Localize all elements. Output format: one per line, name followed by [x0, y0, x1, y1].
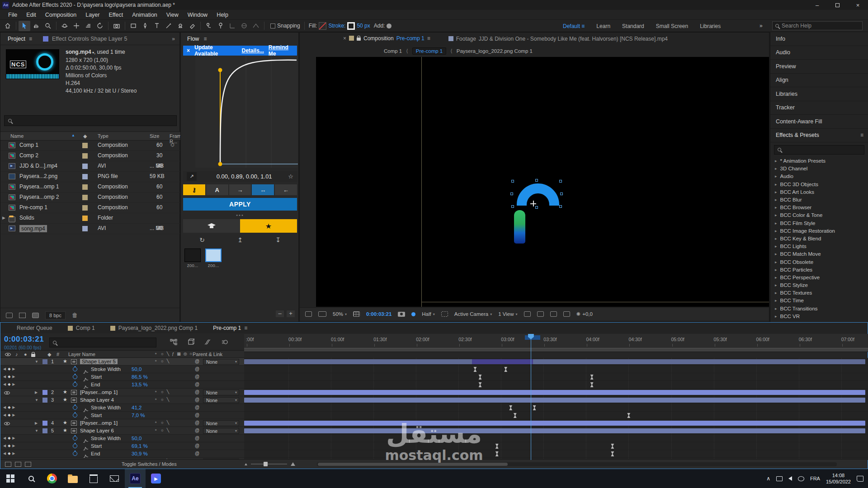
effects-panel-menu-icon[interactable]: ≡	[860, 132, 863, 138]
banner-remind-link[interactable]: Remind Me	[269, 44, 297, 57]
item-name[interactable]: Comp 2	[19, 152, 38, 159]
hidden-icons-icon[interactable]: ∧	[766, 475, 770, 482]
lock-icon[interactable]	[357, 38, 361, 41]
selection-handle[interactable]	[535, 179, 538, 182]
property-row[interactable]: ◀◆▶Stroke Width50,0@	[0, 366, 244, 373]
chevron-right-icon[interactable]: ▸	[775, 221, 777, 225]
effect-category[interactable]: ▸Audio	[770, 173, 868, 180]
pickwhip-icon[interactable]: @	[195, 443, 199, 448]
project-row-jjd-d-mp4[interactable]: JJD & D...].mp4AVI... MB30	[0, 161, 180, 172]
fill-swatch[interactable]	[319, 22, 326, 30]
snapshot-icon[interactable]	[398, 312, 405, 317]
layer-row[interactable]: ▼3★Shape Layer 4⚬☼╲@None	[0, 396, 244, 404]
delete-icon[interactable]: 🗑	[72, 312, 78, 319]
time-ruler[interactable]: :00f00:30f01:00f01:30f02:00f02:30f03:00f…	[244, 334, 868, 352]
menu-help[interactable]: Help	[212, 12, 233, 18]
effect-category[interactable]: ▸BCC Match Move	[770, 250, 868, 258]
volume-tray-icon[interactable]	[788, 476, 792, 481]
taskbar-clock[interactable]: 14:08 15/09/2022	[826, 472, 851, 485]
comp-panel-menu-icon[interactable]: ≡	[427, 35, 430, 42]
composition-mini-flowchart-icon[interactable]	[170, 338, 177, 346]
pickwhip-icon[interactable]: @	[195, 420, 199, 425]
layer-track[interactable]	[244, 358, 868, 366]
parent-dropdown[interactable]: None	[203, 359, 239, 365]
stopwatch-icon[interactable]	[73, 367, 77, 371]
timeline-tab-render-queue[interactable]: Render Queue	[17, 325, 52, 331]
effect-category[interactable]: ▸BCC VR	[770, 312, 868, 320]
stopwatch-icon[interactable]	[73, 405, 77, 410]
effect-category[interactable]: ▸* Animation Presets	[770, 157, 868, 165]
label-swatch[interactable]	[82, 226, 88, 231]
menu-file[interactable]: File	[4, 12, 22, 18]
workspace-libraries[interactable]: Libraries	[700, 23, 721, 29]
chevron-right-icon[interactable]: ▸	[775, 252, 777, 256]
keyframe-navigator[interactable]: ◀◆▶	[3, 413, 17, 417]
effect-category[interactable]: ▸BCC Transitions	[770, 305, 868, 312]
stroke-swatch[interactable]	[347, 22, 355, 30]
property-name[interactable]: Start	[91, 443, 102, 449]
property-name[interactable]: Stroke Width	[91, 436, 121, 441]
zoom-out-button[interactable]: –	[276, 310, 284, 317]
selection-handle[interactable]	[560, 192, 563, 195]
effect-category[interactable]: ▸3D Channel	[770, 165, 868, 173]
chevron-right-icon[interactable]: ▸	[775, 244, 777, 249]
banner-details-link[interactable]: Details...	[242, 47, 264, 54]
layer-row[interactable]: ▼5★Shape Layer 6⚬☼╲@None	[0, 427, 244, 435]
chevron-right-icon[interactable]: ▸	[775, 260, 777, 264]
favorite-star-icon[interactable]: ☆	[288, 173, 293, 180]
resolution-dropdown[interactable]: Half▾	[422, 311, 434, 317]
menu-window[interactable]: Window	[183, 12, 212, 18]
taskbar-start[interactable]	[0, 469, 21, 488]
selection-handle[interactable]	[559, 205, 562, 208]
effect-category[interactable]: ▸BCC Stylize	[770, 282, 868, 289]
taskbar-mail[interactable]	[104, 469, 125, 488]
effect-category[interactable]: ▸BCC Obsolete	[770, 258, 868, 266]
property-track[interactable]	[244, 435, 868, 442]
footage-interpret-icon[interactable]	[6, 313, 13, 318]
new-composition-icon[interactable]	[32, 313, 39, 318]
layer-name[interactable]: [Payser...omp 1]	[80, 420, 118, 426]
download-icon[interactable]: ↧	[275, 236, 281, 244]
effect-category[interactable]: ▸BCC Film Style	[770, 219, 868, 227]
layer-label-swatch[interactable]	[42, 359, 47, 364]
property-row[interactable]: ◀◆▶End13,5 %@	[0, 381, 244, 389]
workspace-default[interactable]: Default ≡	[563, 23, 585, 29]
current-time-display[interactable]: 0:00:03:21	[4, 335, 44, 344]
hand-tool[interactable]	[30, 21, 42, 31]
keyframe-icon[interactable]	[627, 413, 630, 418]
refresh-icon[interactable]: ↻	[199, 236, 205, 244]
layer-duration-bar[interactable]	[244, 390, 865, 395]
property-value[interactable]: 13,5 %	[132, 382, 148, 387]
add-icon[interactable]	[387, 23, 392, 28]
minimize-button[interactable]: –	[807, 0, 827, 10]
layer-label-swatch[interactable]	[42, 428, 47, 433]
local-axis-tool[interactable]	[226, 21, 238, 31]
stopwatch-icon[interactable]	[73, 375, 77, 379]
taskbar-store[interactable]	[83, 469, 104, 488]
property-name[interactable]: End	[91, 382, 100, 387]
breadcrumb-pre-comp-1[interactable]: Pre-comp 1	[412, 47, 446, 55]
stroke-width-value[interactable]: 50 px	[357, 23, 370, 29]
menu-effect[interactable]: Effect	[104, 12, 127, 18]
layer-quality-icon[interactable]: ★	[63, 358, 67, 364]
main-viewer-icon[interactable]	[318, 311, 326, 317]
project-row-paysera-omp-1[interactable]: Paysera...omp 1Composition60	[0, 182, 180, 192]
project-row-solids[interactable]: ▶SolidsFolder	[0, 213, 180, 224]
parent-dropdown[interactable]: None	[203, 428, 239, 434]
zoom-out-icon[interactable]	[245, 463, 247, 465]
label-swatch[interactable]	[82, 195, 88, 200]
timeline-pane-toggles[interactable]	[5, 462, 31, 467]
pickwhip-icon[interactable]: @	[195, 451, 199, 456]
effects-search-input[interactable]	[774, 145, 864, 155]
layer-name[interactable]: Shape Layer 5	[80, 359, 118, 364]
layer-track[interactable]	[244, 389, 868, 396]
parent-link-column[interactable]: Parent & Link	[193, 352, 222, 357]
layer-quality-icon[interactable]: ★	[63, 397, 67, 403]
effect-category[interactable]: ▸BCC Image Restoration	[770, 227, 868, 235]
project-panel-menu-icon[interactable]: ≡	[29, 36, 32, 42]
panel-tab-audio[interactable]: Audio	[770, 46, 868, 60]
chevron-right-icon[interactable]: ▸	[775, 283, 777, 287]
property-value[interactable]: 41,2	[132, 405, 142, 410]
layer-switches[interactable]: ⚬☼╲	[154, 420, 172, 425]
parent-dropdown[interactable]: None	[203, 397, 239, 403]
